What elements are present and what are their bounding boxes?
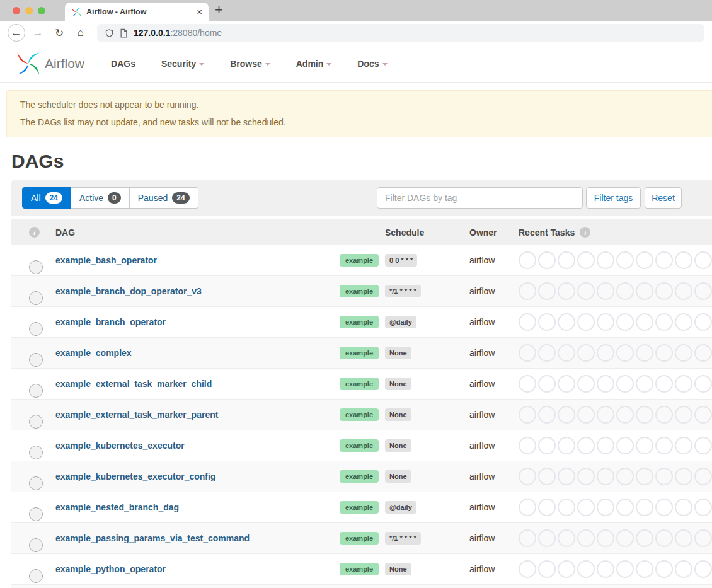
url-path: :28080/home — [170, 28, 222, 38]
navbar-menu: DAGs Security Browse Admin Docs — [111, 59, 388, 69]
browser-toolbar: ← → ↻ ⌂ 127.0.0.1:28080/home — [0, 21, 712, 45]
tab-paused[interactable]: Paused 24 — [130, 187, 198, 209]
airflow-favicon — [71, 7, 81, 17]
schedule-badge: @daily — [385, 316, 416, 328]
nav-item-browse[interactable]: Browse — [230, 59, 270, 69]
task-status-circle — [675, 344, 692, 362]
forward-button[interactable]: → — [29, 24, 47, 42]
dag-name-link[interactable]: example_passing_params_via_test_command — [55, 533, 250, 543]
dag-name-link[interactable]: example_complex — [55, 348, 132, 358]
dag-tag-badge[interactable]: example — [340, 408, 379, 421]
task-status-circle — [597, 437, 614, 454]
dag-name-link[interactable]: example_nested_branch_dag — [55, 502, 179, 512]
task-status-circle — [616, 344, 634, 362]
recent-tasks-slots — [519, 406, 712, 424]
dag-tag-badge[interactable]: example — [340, 285, 379, 297]
task-status-circle — [597, 560, 614, 578]
dag-name-link[interactable]: example_external_task_marker_child — [55, 379, 212, 389]
task-status-circle — [655, 313, 673, 331]
window-zoom-button[interactable] — [38, 7, 45, 14]
tab-all[interactable]: All 24 — [22, 187, 71, 209]
task-status-circle — [636, 375, 653, 393]
nav-item-admin[interactable]: Admin — [296, 59, 332, 69]
dag-tag-badge[interactable]: example — [340, 378, 379, 390]
dag-tag-badge[interactable]: example — [340, 316, 379, 328]
dag-name-link[interactable]: example_kubernetes_executor_config — [55, 471, 215, 481]
tab-active[interactable]: Active 0 — [71, 187, 130, 209]
owner-label: airflow — [469, 471, 495, 481]
task-status-circle — [538, 344, 556, 362]
table-row: example_bash_operator example 0 0 * * * … — [11, 245, 712, 276]
task-status-circle — [597, 313, 614, 331]
dags-content: All 24 Active 0 Paused 24 Filter tags Re… — [11, 180, 712, 588]
filter-tags-button[interactable]: Filter tags — [586, 187, 641, 209]
chevron-down-icon — [382, 63, 388, 66]
window-minimize-button[interactable] — [25, 7, 33, 14]
task-status-circle — [519, 437, 536, 454]
task-status-circle — [577, 344, 595, 362]
dag-name-link[interactable]: example_python_operator — [55, 564, 166, 574]
dag-tag-badge[interactable]: example — [340, 532, 379, 545]
task-status-circle — [577, 375, 595, 393]
window-controls — [13, 7, 45, 14]
task-status-circle — [597, 344, 614, 362]
task-status-circle — [577, 560, 595, 578]
task-status-circle — [558, 344, 575, 362]
task-status-circle — [675, 375, 692, 393]
dag-tag-badge[interactable]: example — [340, 563, 379, 575]
owner-label: airflow — [469, 502, 495, 512]
info-icon: i — [29, 227, 40, 238]
schedule-badge: None — [385, 563, 411, 575]
task-status-circle — [538, 499, 556, 516]
reset-button[interactable]: Reset — [645, 187, 682, 209]
recent-tasks-slots — [519, 375, 712, 393]
owner-label: airflow — [469, 317, 495, 327]
back-button[interactable]: ← — [8, 24, 25, 42]
header-dag: DAG — [55, 228, 340, 238]
reload-button[interactable]: ↻ — [50, 24, 68, 42]
airflow-logo-link[interactable]: Airflow — [16, 52, 84, 76]
table-row: example_python_operator example None air… — [11, 554, 712, 585]
page-info-icon[interactable] — [120, 28, 128, 38]
tab-close-icon[interactable]: × — [197, 7, 202, 16]
recent-tasks-slots — [519, 560, 712, 578]
dag-tag-badge[interactable]: example — [340, 439, 379, 452]
task-status-circle — [577, 251, 595, 269]
owner-label: airflow — [469, 410, 495, 420]
task-status-circle — [694, 499, 712, 516]
new-tab-button[interactable]: + — [215, 2, 223, 18]
nav-item-security[interactable]: Security — [161, 59, 204, 69]
chevron-down-icon — [326, 63, 331, 66]
task-status-circle — [694, 437, 712, 454]
dag-tag-badge[interactable]: example — [340, 501, 379, 514]
table-row: example_complex example None airflow — [11, 338, 712, 369]
nav-item-dags[interactable]: DAGs — [111, 59, 135, 69]
browser-tabstrip: Airflow - Airflow × + — [0, 0, 712, 21]
dag-tag-badge[interactable]: example — [340, 470, 379, 483]
table-row: example_kubernetes_executor_config examp… — [11, 461, 712, 492]
address-bar[interactable]: 127.0.0.1:28080/home — [97, 24, 704, 42]
dag-table-body: example_bash_operator example 0 0 * * * … — [11, 245, 712, 585]
window-close-button[interactable] — [13, 7, 20, 14]
browser-tab[interactable]: Airflow - Airflow × — [65, 3, 209, 21]
filter-dags-by-tag-input[interactable] — [377, 187, 583, 209]
dag-tag-badge[interactable]: example — [340, 254, 379, 267]
task-status-circle — [694, 251, 712, 269]
shield-icon[interactable] — [105, 28, 114, 38]
task-status-circle — [616, 406, 634, 424]
tab-title: Airflow - Airflow — [86, 8, 192, 16]
recent-tasks-slots — [519, 499, 712, 516]
dag-name-link[interactable]: example_external_task_marker_parent — [55, 410, 218, 420]
dag-tag-badge[interactable]: example — [340, 347, 379, 359]
task-status-circle — [519, 282, 536, 300]
schedule-badge: None — [385, 439, 411, 452]
dag-name-link[interactable]: example_branch_dop_operator_v3 — [55, 286, 202, 296]
task-status-circle — [597, 375, 614, 393]
nav-item-docs[interactable]: Docs — [357, 59, 387, 69]
home-button[interactable]: ⌂ — [72, 24, 89, 42]
dag-name-link[interactable]: example_branch_operator — [55, 317, 166, 327]
dag-name-link[interactable]: example_bash_operator — [55, 255, 157, 265]
dag-name-link[interactable]: example_kubernetes_executor — [55, 441, 185, 451]
task-status-circle — [675, 251, 692, 269]
task-status-circle — [538, 560, 556, 578]
